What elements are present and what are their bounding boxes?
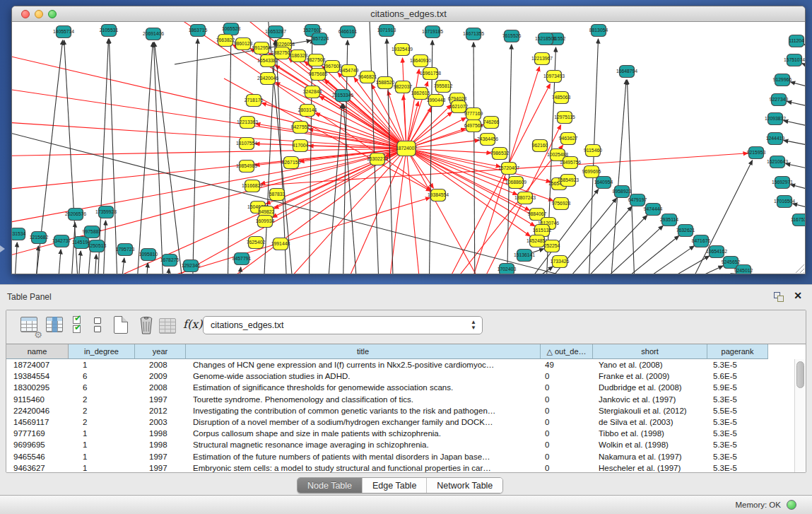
node-6497568[interactable]: 6497568	[464, 120, 483, 132]
table-settings-button[interactable]: ⚙	[20, 317, 40, 337]
node-9822037[interactable]: 9822037	[394, 81, 413, 93]
tab-edge-table[interactable]: Edge Table	[363, 478, 427, 493]
tab-network-table[interactable]: Network Table	[427, 478, 502, 493]
node-2105531[interactable]: 2105531	[100, 25, 119, 37]
edge[interactable]	[791, 82, 805, 89]
edge[interactable]	[337, 148, 406, 274]
edge[interactable]	[93, 255, 96, 274]
memory-ok-indicator[interactable]	[787, 500, 796, 510]
node-16648794[interactable]: 16648794	[616, 66, 637, 78]
node-2935114[interactable]: 2935114	[660, 214, 678, 226]
node-18107554[interactable]: 18107554	[236, 138, 257, 150]
node-12093832[interactable]: 12093832	[765, 113, 786, 125]
close-panel-icon[interactable]: ✕	[794, 290, 802, 301]
edge[interactable]	[153, 42, 164, 274]
node-1733426[interactable]: 1733426	[551, 256, 570, 268]
edge[interactable]	[627, 80, 635, 274]
node-9129966[interactable]: 9129966	[773, 74, 792, 86]
column-header-in-degree[interactable]: in_degree	[69, 344, 135, 359]
table-scrollbar[interactable]	[794, 359, 806, 472]
edge[interactable]	[166, 269, 169, 274]
node-14671355[interactable]: 14671355	[463, 28, 484, 40]
tab-node-table[interactable]: Node Table	[298, 478, 363, 493]
column-header-pagerank[interactable]: pagerank	[707, 344, 768, 359]
node-7663822[interactable]: 7663822	[216, 35, 235, 47]
node-1863715[interactable]: 1863715	[189, 25, 208, 37]
node-1588520[interactable]: 1588520	[376, 77, 395, 89]
edge[interactable]	[403, 58, 406, 148]
table-row[interactable]: 1938455462009Genome-wide association stu…	[6, 370, 794, 382]
node-10973493[interactable]: 10973493	[543, 71, 565, 83]
table-row[interactable]: 946362711997Embryonic stem cells: a mode…	[6, 462, 794, 472]
node-9699695[interactable]: 9699695	[582, 166, 601, 178]
edge[interactable]	[57, 250, 61, 274]
node-24364456[interactable]: 24364456	[477, 134, 498, 146]
edge[interactable]	[786, 163, 805, 170]
node-1702403[interactable]: 1702403	[498, 264, 517, 274]
edge[interactable]	[802, 64, 805, 70]
edge[interactable]	[119, 258, 124, 274]
node-3242844[interactable]: 3242844	[303, 86, 322, 98]
edge[interactable]	[97, 39, 108, 274]
edge[interactable]	[319, 96, 406, 148]
node-1678275[interactable]: 1678275	[160, 255, 180, 267]
edge[interactable]	[473, 42, 475, 274]
node-18640910[interactable]: 18640910	[410, 55, 431, 67]
edge[interactable]	[109, 39, 118, 274]
column-header-out-de-[interactable]: △ out_de…	[541, 344, 593, 359]
edge[interactable]	[77, 251, 81, 274]
node-8267150[interactable]: 8267150	[282, 157, 301, 169]
node-252254[interactable]: 252254	[544, 240, 560, 252]
node-15166827[interactable]: 15166827	[242, 180, 263, 192]
node-1215682[interactable]: 1215682	[30, 232, 49, 244]
node-1071913[interactable]: 1071913	[377, 25, 396, 37]
node-8958923[interactable]: 8958923	[613, 186, 632, 198]
function-builder-button[interactable]: f(x)	[183, 317, 203, 337]
network-canvas[interactable]: 1405571421055312069140618637151065528106…	[12, 22, 805, 274]
new-column-button[interactable]	[114, 316, 134, 336]
edge[interactable]	[136, 42, 153, 274]
node-9860128[interactable]: 9860128	[234, 38, 253, 50]
node-9245012[interactable]: 9245012	[734, 265, 753, 274]
node-15720407[interactable]: 15720407	[498, 163, 519, 175]
node-1640954[interactable]: 1640954	[594, 177, 613, 189]
table-row[interactable]: 946554611997Estimation of the future num…	[6, 451, 794, 462]
node-15692971[interactable]: 15692971	[772, 177, 793, 189]
panel-collapse-arrow-icon[interactable]	[0, 245, 5, 252]
node-9975887[interactable]: 9975887	[83, 226, 102, 238]
edge[interactable]	[804, 45, 805, 50]
node-9227343[interactable]: 9227343	[770, 94, 789, 106]
edge[interactable]	[13, 243, 17, 274]
edge[interactable]	[192, 39, 198, 274]
node-8215953[interactable]: 8215953	[747, 147, 766, 159]
table-row[interactable]: 2242004622012Investigating the contribut…	[6, 405, 794, 416]
column-visibility-button[interactable]	[46, 317, 66, 337]
table-row[interactable]: 969969511998Structural magnetic resonanc…	[6, 439, 794, 450]
column-header-title[interactable]: title	[186, 344, 541, 359]
edge[interactable]	[406, 140, 479, 148]
node-7615526[interactable]: 7615526	[502, 30, 522, 42]
node-111204[interactable]: 111204	[789, 35, 804, 47]
column-header-year[interactable]: year	[135, 344, 186, 359]
node-7955812[interactable]: 7955812	[434, 81, 453, 93]
node-9115460[interactable]: 9115460	[584, 145, 602, 157]
node-17016504[interactable]: 17016504	[774, 196, 795, 208]
node-20691406[interactable]: 20691406	[143, 28, 164, 40]
node-9875685[interactable]: 9875685	[309, 69, 328, 81]
node-1244419[interactable]: 1244419	[766, 133, 785, 145]
node-417004[interactable]: 417004	[293, 140, 309, 152]
node-2803144[interactable]: 2803144	[298, 105, 317, 117]
node-12975115[interactable]: 12975115	[554, 112, 575, 124]
edge[interactable]	[784, 121, 805, 128]
node-746266[interactable]: 746266	[483, 117, 500, 129]
node-9777169[interactable]: 9777169	[464, 108, 483, 120]
edge[interactable]	[70, 223, 75, 274]
node-6466161[interactable]: 6466161	[339, 26, 358, 38]
edge[interactable]	[791, 185, 805, 192]
scrollbar-thumb[interactable]	[796, 361, 804, 388]
edge[interactable]	[228, 37, 231, 274]
node-587833[interactable]: 587833	[269, 189, 286, 201]
node-9646821[interactable]: 9646821	[358, 71, 377, 83]
node-16961758[interactable]: 16961758	[420, 68, 441, 80]
node-20206576[interactable]: 20206576	[65, 209, 86, 221]
